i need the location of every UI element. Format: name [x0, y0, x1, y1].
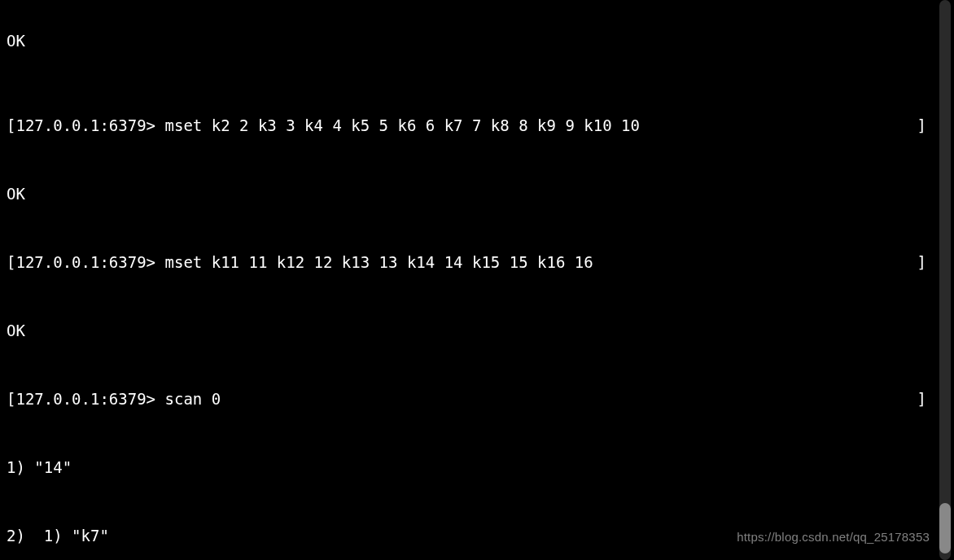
output-text: 2) 1) "k7"	[7, 524, 109, 547]
terminal-line: [127.0.0.1:6379> scan 0]	[7, 387, 928, 410]
bracket-icon: [	[7, 114, 15, 137]
bracket-icon: ]	[917, 387, 928, 410]
output-text: OK	[7, 182, 25, 205]
terminal-line: 1) "14"	[7, 456, 928, 479]
watermark-text: https://blog.csdn.net/qq_25178353	[737, 526, 930, 549]
bracket-icon: [	[7, 387, 15, 410]
scrollbar-thumb[interactable]	[939, 503, 951, 553]
prompt-text: 127.0.0.1:6379>	[15, 114, 155, 137]
prompt-text: 127.0.0.1:6379>	[15, 387, 155, 410]
command-text: mset k2 2 k3 3 k4 4 k5 5 k6 6 k7 7 k8 8 …	[165, 114, 640, 137]
terminal-window: OK [127.0.0.1:6379> mset k2 2 k3 3 k4 4 …	[0, 0, 954, 560]
terminal-line: [127.0.0.1:6379> mset k2 2 k3 3 k4 4 k5 …	[7, 114, 928, 137]
prompt-text: 127.0.0.1:6379>	[15, 251, 155, 273]
terminal-line: OK	[7, 182, 928, 205]
command-text: mset k11 11 k12 12 k13 13 k14 14 k15 15 …	[165, 251, 593, 273]
terminal-line: OK	[7, 319, 928, 342]
terminal-line: [127.0.0.1:6379> mset k11 11 k12 12 k13 …	[7, 251, 928, 273]
bracket-icon: ]	[917, 251, 928, 273]
scrollbar-track[interactable]	[939, 0, 951, 560]
terminal-output-area[interactable]: OK [127.0.0.1:6379> mset k2 2 k3 3 k4 4 …	[0, 0, 934, 560]
output-text: OK	[7, 32, 25, 50]
output-text: OK	[7, 319, 25, 342]
terminal-line: OK	[7, 29, 928, 52]
output-text: 1) "14"	[7, 456, 72, 479]
bracket-icon: ]	[917, 114, 928, 137]
bracket-icon: [	[7, 251, 15, 273]
command-text: scan 0	[165, 387, 221, 410]
